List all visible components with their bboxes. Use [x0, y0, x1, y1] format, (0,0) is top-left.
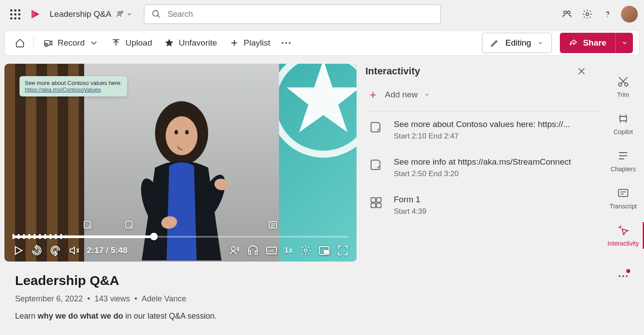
- record-button[interactable]: Record: [38, 34, 104, 52]
- upload-button[interactable]: Upload: [106, 34, 157, 52]
- svg-point-12: [185, 130, 189, 135]
- note-icon: [368, 157, 384, 178]
- svg-rect-26: [324, 250, 328, 254]
- video-callout-popup[interactable]: See more about Contoso values here: http…: [19, 76, 127, 96]
- row-title: Form 1: [394, 195, 594, 204]
- interactivity-row[interactable]: See more about Contoso values here: http…: [365, 112, 602, 149]
- timeline-note-marker-1[interactable]: [83, 220, 93, 230]
- interactivity-row[interactable]: See more info at https://aka.ms/StreamCo…: [365, 149, 602, 187]
- sidebar-tab-interactivity[interactable]: Interactivity: [602, 217, 644, 254]
- svg-point-5: [586, 13, 589, 15]
- svg-text:10: 10: [54, 249, 58, 253]
- mode-switcher[interactable]: Editing: [482, 33, 552, 53]
- add-new-button[interactable]: ＋ Add new: [365, 77, 602, 111]
- home-icon: [15, 38, 25, 48]
- star-icon: [164, 38, 174, 48]
- search-box[interactable]: [144, 4, 441, 24]
- chapters-icon: [617, 150, 629, 162]
- row-title: See more about Contoso values here: http…: [394, 119, 594, 129]
- mute-button[interactable]: [68, 245, 80, 256]
- search-icon: [151, 9, 161, 19]
- close-panel-button[interactable]: [577, 66, 586, 76]
- row-meta: Start 4:39: [394, 207, 594, 216]
- home-button[interactable]: [11, 38, 29, 48]
- copilot-icon: [617, 112, 629, 125]
- close-icon: [577, 66, 586, 76]
- video-meta: September 6, 2022•143 views•Adele Vance: [15, 294, 357, 304]
- cc-button[interactable]: CC: [266, 245, 277, 256]
- settings-button[interactable]: [578, 5, 596, 23]
- video-player[interactable]: See more about Contoso values here: http…: [4, 64, 357, 262]
- more-icon: [282, 42, 291, 44]
- share-button[interactable]: Share: [560, 33, 615, 53]
- help-button[interactable]: [599, 5, 617, 23]
- row-title: See more info at https://aka.ms/StreamCo…: [394, 157, 594, 167]
- gear-icon: [582, 9, 593, 19]
- scissors-icon: [617, 75, 629, 88]
- fullscreen-button[interactable]: [337, 245, 349, 256]
- panel-title: Interactivity: [365, 65, 420, 77]
- voice-button[interactable]: [229, 245, 240, 256]
- row-meta: Start 2:50 End 3:20: [394, 169, 594, 178]
- svg-text:CC: CC: [268, 248, 274, 253]
- svg-rect-28: [376, 198, 381, 202]
- share-caret[interactable]: [615, 33, 633, 53]
- video-title: Leadership Q&A: [15, 273, 357, 288]
- forward-10-button[interactable]: 10: [50, 245, 61, 256]
- popup-link[interactable]: https://aka.ms/ContosoValues: [25, 86, 101, 93]
- search-input[interactable]: [167, 10, 433, 19]
- playlist-button[interactable]: Playlist: [224, 34, 275, 52]
- video-settings-button[interactable]: [300, 245, 311, 256]
- chevron-down-icon: [424, 92, 430, 98]
- meet-now-button[interactable]: [558, 5, 576, 23]
- audio-button[interactable]: [247, 245, 259, 256]
- camera-plus-icon: [43, 38, 53, 48]
- avatar[interactable]: [621, 6, 638, 23]
- command-bar: Record Upload Unfavorite Playlist Editin…: [4, 30, 640, 56]
- sidebar-more-button[interactable]: [614, 267, 632, 285]
- svg-point-24: [304, 249, 307, 252]
- notification-badge: [626, 269, 630, 273]
- form-icon: [368, 195, 384, 216]
- pip-button[interactable]: [318, 245, 330, 256]
- rewind-10-button[interactable]: 10: [31, 245, 43, 256]
- plus-icon: [229, 38, 239, 48]
- svg-point-0: [118, 12, 120, 14]
- chevron-down-icon: [537, 40, 543, 46]
- note-icon: [368, 119, 384, 141]
- svg-point-1: [121, 11, 123, 13]
- svg-point-2: [153, 11, 159, 16]
- svg-point-21: [232, 246, 236, 250]
- title-share-indicator[interactable]: [116, 10, 132, 19]
- play-button[interactable]: [12, 245, 24, 256]
- video-time: 2:17 / 5:48: [87, 246, 128, 255]
- waffle-icon: [10, 9, 20, 19]
- unfavorite-button[interactable]: Unfavorite: [159, 34, 222, 52]
- timeline-form-marker[interactable]: [268, 220, 279, 230]
- sidebar-tab-trim[interactable]: Trim: [602, 68, 644, 105]
- app-launcher[interactable]: [6, 5, 24, 23]
- svg-point-4: [567, 11, 570, 14]
- transcript-icon: [617, 187, 629, 199]
- upload-icon: [111, 38, 121, 48]
- speed-button[interactable]: 1x: [284, 246, 293, 255]
- stream-logo[interactable]: [27, 5, 44, 23]
- sidebar-tab-copilot[interactable]: Copilot: [602, 105, 644, 142]
- timeline-note-marker-2[interactable]: [124, 220, 135, 230]
- svg-rect-29: [371, 203, 376, 208]
- row-meta: Start 2:10 End 2:47: [394, 132, 594, 141]
- interactivity-row[interactable]: Form 1Start 4:39: [365, 187, 602, 224]
- svg-point-3: [564, 11, 566, 14]
- svg-rect-27: [371, 198, 376, 202]
- share-icon: [569, 39, 578, 47]
- svg-point-11: [175, 130, 178, 135]
- chevron-down-icon: [621, 40, 628, 46]
- pencil-icon: [490, 39, 499, 47]
- more-actions-button[interactable]: [277, 42, 295, 44]
- svg-rect-33: [619, 189, 628, 196]
- sidebar-tab-chapters[interactable]: Chapters: [602, 142, 644, 180]
- sidebar-tab-transcript[interactable]: Transcript: [602, 180, 644, 217]
- svg-point-6: [607, 16, 608, 17]
- page-title: Leadership Q&A: [50, 9, 111, 19]
- video-timeline[interactable]: [12, 232, 349, 240]
